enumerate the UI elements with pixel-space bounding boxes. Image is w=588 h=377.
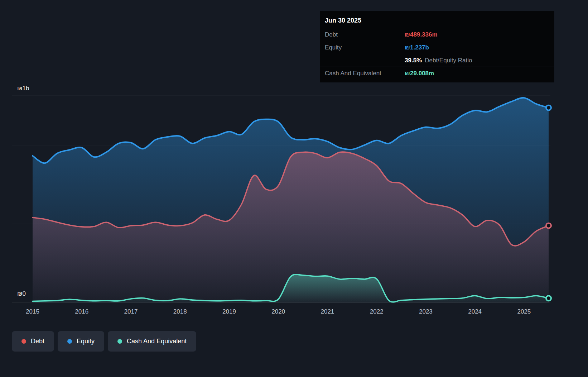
tooltip-ratio-value: 39.5% — [405, 57, 422, 64]
x-tick-2022: 2022 — [370, 308, 384, 315]
tooltip-ratio-label: Debt/Equity Ratio — [425, 57, 472, 64]
x-tick-2019: 2019 — [222, 308, 236, 315]
equity-end-marker — [546, 105, 551, 110]
x-tick-2021: 2021 — [321, 308, 334, 315]
x-tick-2024: 2024 — [468, 308, 482, 315]
x-tick-2016: 2016 — [75, 308, 88, 315]
tooltip-debt-label: Debt — [325, 31, 405, 38]
tooltip-equity-value: ₪1.237b — [405, 44, 429, 51]
debt-end-marker — [546, 223, 551, 228]
cash-and-equivalent-end-marker — [546, 296, 551, 301]
legend-item-debt[interactable]: Debt — [12, 331, 54, 352]
legend-debt-label: Debt — [31, 338, 44, 345]
chart-tooltip: Jun 30 2025 Debt ₪489.336m Equity ₪1.237… — [320, 11, 554, 82]
debt-color-dot — [21, 339, 26, 344]
debt-equity-history-chart: ₪1b ₪0 201520162017201820192020202120222… — [0, 0, 588, 377]
legend-equity-label: Equity — [77, 338, 95, 345]
x-tick-2017: 2017 — [124, 308, 138, 315]
cash-color-dot — [117, 339, 122, 344]
tooltip-ratio-row: 39.5% Debt/Equity Ratio — [320, 54, 554, 67]
y-axis-label-top: ₪1b — [17, 85, 29, 92]
x-tick-2025: 2025 — [517, 308, 531, 315]
tooltip-cash-value: ₪29.008m — [405, 70, 434, 77]
x-tick-2018: 2018 — [173, 308, 187, 315]
legend-cash-label: Cash And Equivalent — [127, 338, 187, 345]
y-axis-label-zero: ₪0 — [17, 290, 26, 297]
x-axis: 2015201620172018201920202021202220232024… — [0, 308, 588, 318]
x-tick-2015: 2015 — [26, 308, 39, 315]
legend-item-cash[interactable]: Cash And Equivalent — [108, 331, 196, 352]
legend-item-equity[interactable]: Equity — [58, 331, 104, 352]
tooltip-cash-row: Cash And Equivalent ₪29.008m — [320, 67, 554, 80]
tooltip-equity-label: Equity — [325, 44, 405, 51]
equity-color-dot — [67, 339, 72, 344]
tooltip-debt-row: Debt ₪489.336m — [320, 28, 554, 41]
chart-legend: Debt Equity Cash And Equivalent — [12, 331, 196, 352]
tooltip-cash-label: Cash And Equivalent — [325, 70, 405, 77]
tooltip-equity-row: Equity ₪1.237b — [320, 41, 554, 54]
tooltip-debt-value: ₪489.336m — [405, 31, 438, 38]
tooltip-date: Jun 30 2025 — [320, 13, 554, 28]
x-tick-2020: 2020 — [271, 308, 285, 315]
x-tick-2023: 2023 — [419, 308, 433, 315]
